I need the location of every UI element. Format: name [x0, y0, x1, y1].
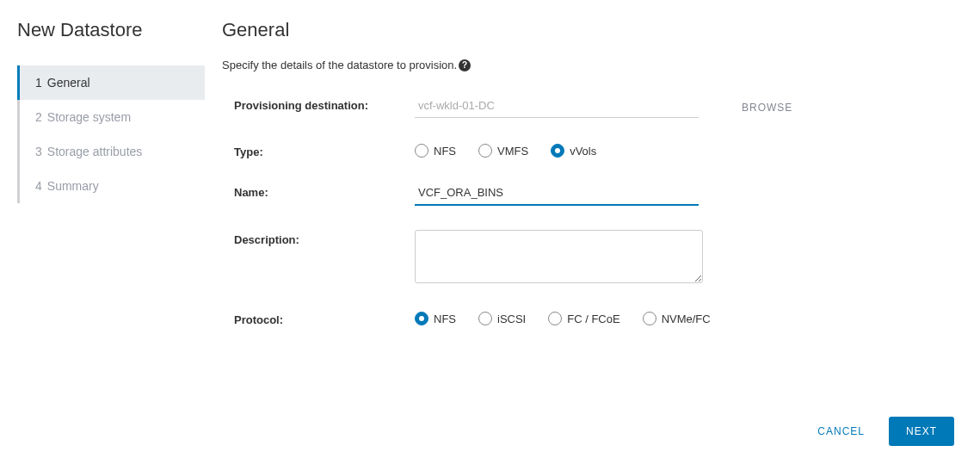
row-name: Name:: [234, 183, 946, 206]
cancel-button[interactable]: CANCEL: [809, 418, 873, 444]
protocol-radio-iscsi[interactable]: [478, 312, 492, 325]
row-protocol: Protocol: NFS iSCSI FC / FCo: [234, 310, 946, 326]
page-title: General: [222, 19, 946, 41]
label-type: Type:: [234, 142, 415, 158]
type-radio-group: NFS VMFS vVols: [415, 142, 707, 158]
step-label: Storage attributes: [47, 145, 143, 158]
wizard-sidebar: New Datastore 1General 2Storage system 3…: [0, 0, 205, 458]
protocol-radio-label: NFS: [434, 313, 456, 325]
type-radio-label: NFS: [434, 145, 456, 158]
protocol-radio-fc[interactable]: [548, 312, 562, 325]
label-description: Description:: [234, 230, 415, 246]
page-subtitle: Specify the details of the datastore to …: [222, 59, 946, 71]
type-option-vvols[interactable]: vVols: [551, 144, 596, 158]
main-panel: General Specify the details of the datas…: [205, 0, 980, 458]
protocol-radio-label: NVMe/FC: [662, 313, 711, 325]
step-number: 2: [35, 110, 42, 124]
row-provisioning-destination: Provisioning destination: BROWSE: [234, 96, 946, 118]
step-summary[interactable]: 4Summary: [20, 169, 205, 203]
help-icon[interactable]: ?: [459, 59, 471, 71]
type-radio-vmfs[interactable]: [478, 144, 492, 158]
wizard-title: New Datastore: [0, 19, 205, 65]
label-provisioning-destination: Provisioning destination:: [234, 96, 415, 112]
step-label: General: [47, 76, 90, 90]
step-number: 4: [35, 179, 42, 193]
type-option-nfs[interactable]: NFS: [415, 144, 456, 158]
protocol-radio-label: FC / FCoE: [567, 313, 619, 325]
wizard-footer: CANCEL NEXT: [809, 417, 954, 446]
protocol-radio-group: NFS iSCSI FC / FCoE NVMe/FC: [415, 310, 946, 325]
protocol-radio-nfs[interactable]: [415, 312, 428, 325]
label-name: Name:: [234, 183, 415, 199]
next-button[interactable]: NEXT: [889, 417, 954, 446]
protocol-option-fc[interactable]: FC / FCoE: [548, 312, 619, 325]
protocol-option-nfs[interactable]: NFS: [415, 312, 456, 325]
type-radio-label: VMFS: [497, 145, 528, 158]
step-number: 3: [35, 145, 42, 158]
type-radio-nfs[interactable]: [415, 144, 428, 158]
step-storage-attributes[interactable]: 3Storage attributes: [20, 134, 205, 169]
type-radio-vvols[interactable]: [551, 144, 564, 158]
name-input[interactable]: [415, 183, 699, 206]
step-label: Summary: [47, 179, 99, 193]
subtitle-text: Specify the details of the datastore to …: [222, 59, 457, 71]
provisioning-destination-input[interactable]: [415, 96, 699, 118]
row-description: Description:: [234, 230, 946, 286]
description-textarea[interactable]: [415, 230, 703, 283]
row-type: Type: NFS VMFS vVols: [234, 142, 946, 158]
protocol-radio-nvme[interactable]: [643, 312, 656, 325]
general-form: Provisioning destination: BROWSE Type: N…: [222, 96, 946, 326]
step-general[interactable]: 1General: [17, 65, 205, 100]
label-protocol: Protocol:: [234, 310, 415, 326]
protocol-radio-label: iSCSI: [497, 313, 526, 325]
protocol-option-iscsi[interactable]: iSCSI: [478, 312, 526, 325]
browse-button[interactable]: BROWSE: [742, 102, 792, 114]
type-radio-label: vVols: [570, 145, 596, 158]
type-option-vmfs[interactable]: VMFS: [478, 144, 528, 158]
wizard-step-list: 1General 2Storage system 3Storage attrib…: [17, 65, 205, 203]
protocol-option-nvme[interactable]: NVMe/FC: [643, 312, 711, 325]
step-number: 1: [35, 76, 42, 90]
step-storage-system[interactable]: 2Storage system: [20, 100, 205, 134]
step-label: Storage system: [47, 110, 131, 124]
